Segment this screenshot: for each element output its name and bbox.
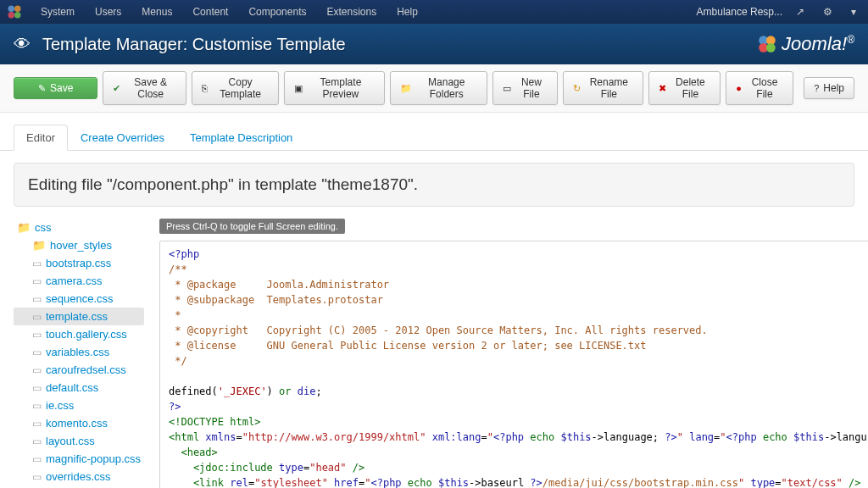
file-icon: ▭ <box>32 329 42 341</box>
tab-editor[interactable]: Editor <box>14 125 68 151</box>
file-tree: 📁css📁hover_styles▭bootstrap.css▭camera.c… <box>14 219 144 488</box>
tree-file-bootstrap-css[interactable]: ▭bootstrap.css <box>14 254 144 272</box>
question-icon: ? <box>814 83 819 93</box>
tree-item-label: sequence.css <box>46 292 114 305</box>
file-icon: ▭ <box>32 347 42 358</box>
tree-file-sequence-css[interactable]: ▭sequence.css <box>14 290 144 308</box>
folder-icon: 📁 <box>32 239 46 252</box>
rename-file-button[interactable]: ↻Rename File <box>563 71 643 105</box>
file-icon: ▭ <box>32 382 42 394</box>
close-file-button[interactable]: ●Close File <box>726 71 793 105</box>
tree-file-caroufredsel-css[interactable]: ▭caroufredsel.css <box>14 361 144 379</box>
menu-components[interactable]: Components <box>238 0 316 24</box>
admin-right: Ambulance Resp... ↗ ⚙ ▾ <box>697 6 861 18</box>
tab-template-description[interactable]: Template Description <box>177 125 305 151</box>
tree-file-touch-gallery-css[interactable]: ▭touch.gallery.css <box>14 325 144 343</box>
check-icon: ✔ <box>113 83 120 94</box>
tree-item-label: overrides.css <box>46 470 111 483</box>
admin-menubar: System Users Menus Content Components Ex… <box>0 0 868 24</box>
editing-file-heading: Editing file "/component.php" in templat… <box>14 163 854 207</box>
toolbar: ✎Save ✔Save & Close ⎘Copy Template ▣Temp… <box>0 64 868 113</box>
file-icon: ▭ <box>32 293 42 305</box>
refresh-icon: ↻ <box>573 83 581 94</box>
page-title: Template Manager: Customise Template <box>42 35 756 54</box>
joomla-brand: Joomla!® <box>756 33 854 55</box>
template-preview-button[interactable]: ▣Template Preview <box>284 71 385 105</box>
file-icon: ▭ <box>32 400 42 412</box>
tree-item-label: hover_styles <box>50 239 112 252</box>
apply-icon: ✎ <box>38 83 46 94</box>
tree-file-overrides-css[interactable]: ▭overrides.css <box>14 468 144 485</box>
file-icon: ▭ <box>503 83 511 94</box>
folder-icon: 📁 <box>400 83 412 94</box>
tree-file-variables-css[interactable]: ▭variables.css <box>14 343 144 361</box>
tree-file-magnific-popup-css[interactable]: ▭magnific-popup.css <box>14 450 144 468</box>
site-name-link[interactable]: Ambulance Resp... <box>697 6 782 18</box>
menu-system[interactable]: System <box>31 0 85 24</box>
file-icon: ▭ <box>32 275 42 287</box>
tree-item-label: ie.css <box>46 399 74 412</box>
tree-item-label: layout.css <box>46 435 95 447</box>
copy-template-button[interactable]: ⎘Copy Template <box>192 71 279 105</box>
tree-folder-css[interactable]: 📁css <box>14 219 144 236</box>
delete-icon: ✖ <box>659 83 666 94</box>
tree-item-label: bootstrap.css <box>46 257 111 269</box>
folder-icon: 📁 <box>17 221 31 234</box>
tree-file-default-css[interactable]: ▭default.css <box>14 379 144 396</box>
gear-icon[interactable]: ⚙ <box>818 6 837 18</box>
editor-area: Press Ctrl-Q to toggle Full Screen editi… <box>159 219 868 488</box>
delete-file-button[interactable]: ✖Delete File <box>648 71 721 105</box>
code-content[interactable]: <?php /** * @package Joomla.Administrato… <box>160 241 868 488</box>
eye-icon: 👁 <box>14 35 31 54</box>
menu-menus[interactable]: Menus <box>131 0 182 24</box>
menu-users[interactable]: Users <box>85 0 131 24</box>
manage-folders-button[interactable]: 📁Manage Folders <box>390 71 487 105</box>
file-icon: ▭ <box>32 418 42 430</box>
chevron-down-icon[interactable]: ▾ <box>846 6 861 18</box>
file-icon: ▭ <box>32 311 42 323</box>
tree-item-label: css <box>35 221 52 234</box>
svg-point-3 <box>14 12 21 19</box>
svg-point-7 <box>766 43 776 53</box>
tree-file-camera-css[interactable]: ▭camera.css <box>14 272 144 290</box>
brand-text: Joomla!® <box>782 33 854 55</box>
editor-hint: Press Ctrl-Q to toggle Full Screen editi… <box>159 219 345 234</box>
tree-item-label: caroufredsel.css <box>46 363 126 376</box>
tabs: Editor Create Overrides Template Descrip… <box>0 113 868 151</box>
tree-item-label: camera.css <box>46 274 102 287</box>
joomla-logo-icon <box>756 33 778 55</box>
code-editor[interactable]: <?php /** * @package Joomla.Administrato… <box>159 241 868 488</box>
file-icon: ▭ <box>32 364 42 376</box>
new-file-button[interactable]: ▭New File <box>492 71 558 105</box>
tree-item-label: default.css <box>46 381 98 394</box>
menu-help[interactable]: Help <box>387 0 428 24</box>
external-link-icon[interactable]: ↗ <box>791 6 810 18</box>
tree-file-ie-css[interactable]: ▭ie.css <box>14 396 144 414</box>
save-close-button[interactable]: ✔Save & Close <box>103 71 186 105</box>
main-area: 📁css📁hover_styles▭bootstrap.css▭camera.c… <box>0 219 868 488</box>
tree-file-layout-css[interactable]: ▭layout.css <box>14 432 144 450</box>
editing-file-text: Editing file "/component.php" in templat… <box>28 175 840 194</box>
menu-extensions[interactable]: Extensions <box>316 0 387 24</box>
file-icon: ▭ <box>32 258 42 269</box>
tab-create-overrides[interactable]: Create Overrides <box>68 125 177 151</box>
menu-content[interactable]: Content <box>182 0 238 24</box>
svg-point-0 <box>8 6 15 13</box>
svg-point-2 <box>8 12 15 19</box>
file-icon: ▭ <box>32 435 42 447</box>
help-button[interactable]: ?Help <box>804 77 854 99</box>
tree-item-label: magnific-popup.css <box>46 452 141 465</box>
joomla-icon <box>7 4 22 19</box>
copy-icon: ⎘ <box>202 83 208 93</box>
tree-item-label: template.css <box>46 310 108 323</box>
file-icon: ▭ <box>32 471 42 483</box>
close-icon: ● <box>736 83 742 93</box>
tree-folder-hover_styles[interactable]: 📁hover_styles <box>14 236 144 254</box>
admin-menu: System Users Menus Content Components Ex… <box>31 0 697 24</box>
file-icon: ▭ <box>32 453 42 465</box>
tree-file-komento-css[interactable]: ▭komento.css <box>14 414 144 432</box>
tree-item-label: touch.gallery.css <box>46 328 127 341</box>
tree-file-template-css[interactable]: ▭template.css <box>14 308 144 325</box>
svg-point-1 <box>14 6 21 13</box>
save-button[interactable]: ✎Save <box>14 77 97 99</box>
